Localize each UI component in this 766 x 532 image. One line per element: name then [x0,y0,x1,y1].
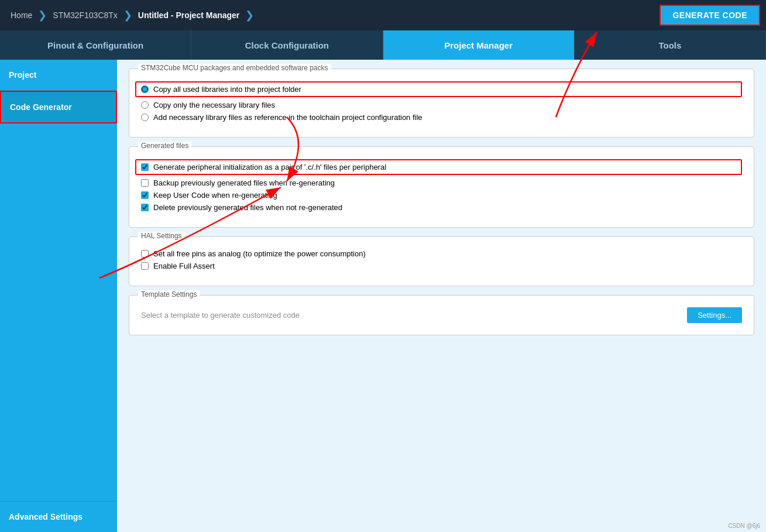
cb-full-assert-label: Enable Full Assert [153,262,215,270]
tab-clock[interactable]: Clock Configuration [191,30,383,60]
cb-full-assert-input[interactable] [141,262,149,270]
cb-delete-previous[interactable]: Delete previously generated files when n… [141,203,742,212]
cb-generate-peripheral-input[interactable] [141,163,149,171]
cb-analog-pins-input[interactable] [141,250,149,258]
cb-keep-user-code-input[interactable] [141,191,149,199]
cb-delete-previous-label: Delete previously generated files when n… [153,203,342,212]
sidebar-item-project[interactable]: Project [0,60,117,91]
sidebar-item-advanced-settings[interactable]: Advanced Settings [0,501,117,532]
sidebar: Project Code Generator Advanced Settings [0,60,117,532]
tab-pinout[interactable]: Pinout & Configuration [0,30,191,60]
cb-analog-pins[interactable]: Set all free pins as analog (to optimize… [141,249,742,258]
tab-project-manager[interactable]: Project Manager [383,30,575,60]
cb-backup[interactable]: Backup previously generated files when r… [141,179,742,187]
radio-copy-necessary[interactable]: Copy only the necessary library files [141,101,742,109]
cb-delete-previous-input[interactable] [141,204,149,211]
template-placeholder-text: Select a template to generate customized… [141,311,300,320]
cb-full-assert[interactable]: Enable Full Assert [141,262,742,270]
breadcrumb-sep-2: ❯ [123,9,132,22]
hal-settings-title: HAL Settings [138,232,185,240]
generated-files-title: Generated files [138,142,191,150]
template-settings-title: Template Settings [138,290,200,298]
tab-tools[interactable]: Tools [575,30,766,60]
cb-backup-label: Backup previously generated files when r… [153,179,335,187]
watermark: CSDN @6j6 [728,523,760,529]
breadcrumb-project[interactable]: Untitled - Project Manager [133,11,244,20]
cb-keep-user-code-label: Keep User Code when re-generating [153,191,277,200]
top-nav: Home ❯ STM32F103C8Tx ❯ Untitled - Projec… [0,0,766,30]
cb-backup-input[interactable] [141,179,149,187]
tab-bar: Pinout & Configuration Clock Configurati… [0,30,766,60]
radio-copy-necessary-label: Copy only the necessary library files [153,101,275,109]
sidebar-item-code-generator[interactable]: Code Generator [0,91,117,123]
breadcrumb-home[interactable]: Home [6,11,37,20]
main-layout: Project Code Generator Advanced Settings… [0,60,766,532]
cb-keep-user-code[interactable]: Keep User Code when re-generating [141,191,742,200]
template-settings-content: Select a template to generate customized… [141,307,742,323]
breadcrumb: Home ❯ STM32F103C8Tx ❯ Untitled - Projec… [6,9,255,22]
cb-analog-pins-label: Set all free pins as analog (to optimize… [153,249,366,258]
generated-files-section: Generated files Generate peripheral init… [129,146,754,228]
radio-copy-all[interactable]: Copy all used libraries into the project… [135,81,742,97]
radio-add-reference[interactable]: Add necessary library files as reference… [141,113,742,122]
hal-settings-section: HAL Settings Set all free pins as analog… [129,236,754,286]
radio-add-reference-label: Add necessary library files as reference… [153,113,422,122]
cb-generate-peripheral[interactable]: Generate peripheral initialization as a … [135,159,742,175]
mcu-packages-section: STM32Cube MCU packages and embedded soft… [129,68,754,138]
settings-button[interactable]: Settings... [687,307,742,323]
generated-files-content: Generate peripheral initialization as a … [141,159,742,212]
radio-add-reference-input[interactable] [141,114,149,121]
sidebar-spacer [0,123,117,501]
radio-copy-all-input[interactable] [141,85,149,93]
mcu-packages-title: STM32Cube MCU packages and embedded soft… [138,64,331,72]
mcu-packages-content: Copy all used libraries into the project… [141,81,742,122]
template-row: Select a template to generate customized… [141,307,742,323]
generate-code-button[interactable]: GENERATE CODE [659,5,760,26]
breadcrumb-sep-3: ❯ [245,9,254,22]
cb-generate-peripheral-label: Generate peripheral initialization as a … [153,163,386,171]
hal-settings-content: Set all free pins as analog (to optimize… [141,249,742,270]
content-area: STM32Cube MCU packages and embedded soft… [117,60,766,532]
radio-copy-necessary-input[interactable] [141,101,149,109]
radio-copy-all-label: Copy all used libraries into the project… [153,85,301,94]
breadcrumb-sep-1: ❯ [38,9,47,22]
breadcrumb-device[interactable]: STM32F103C8Tx [48,11,122,20]
template-settings-section: Template Settings Select a template to g… [129,295,754,335]
